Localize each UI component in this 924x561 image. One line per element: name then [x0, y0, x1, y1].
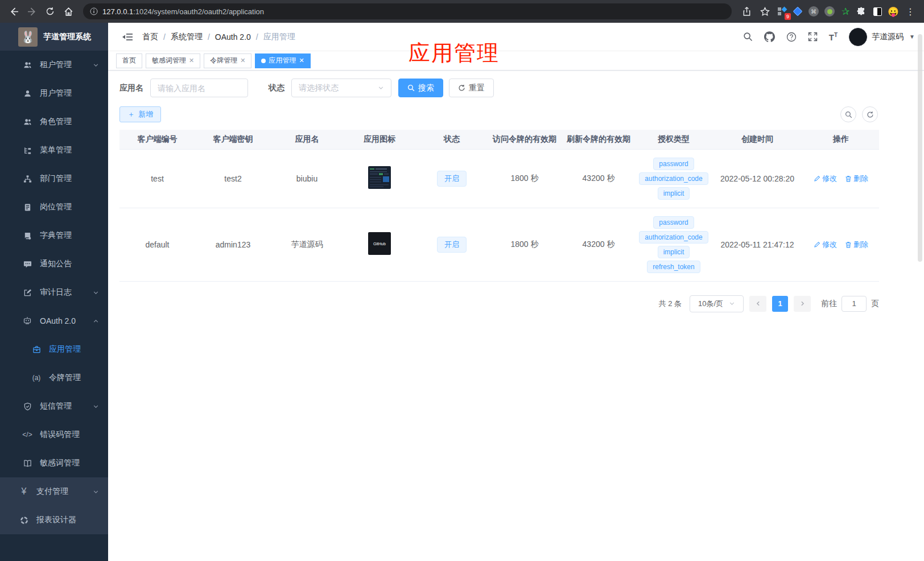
sidebar-item-user[interactable]: 用户管理: [0, 79, 108, 108]
close-icon[interactable]: ✕: [189, 57, 194, 64]
prev-page-button[interactable]: [749, 296, 766, 312]
extension-contrast-icon[interactable]: [871, 5, 884, 18]
edit-button[interactable]: 修改: [814, 174, 837, 184]
close-icon[interactable]: ✕: [240, 57, 245, 64]
font-size-icon[interactable]: TT: [829, 32, 838, 42]
cell-client-secret: admin123: [195, 208, 271, 281]
chevron-down-icon: [93, 403, 99, 410]
show-search-toggle-button[interactable]: [840, 106, 856, 122]
share-icon[interactable]: [739, 3, 754, 19]
sidebar: 🐰 芋道管理系统 租户管理 用户管理 角色管理 菜单管理: [0, 23, 108, 561]
browser-chrome: 127.0.0.1:1024/system/oauth2/oauth2/appl…: [0, 0, 924, 23]
back-icon[interactable]: [6, 3, 22, 19]
top-navbar: 首页/ 系统管理/ OAuth 2.0/ 应用管理 TT 芋道源码 ▼: [108, 23, 924, 51]
token-icon: (a): [32, 373, 41, 382]
extensions-puzzle-icon[interactable]: [855, 5, 868, 18]
goto-label: 前往: [821, 299, 837, 309]
extension-gem-icon[interactable]: [791, 5, 805, 18]
cell-access-validity: 1800 秒: [488, 208, 562, 281]
extension-command-icon[interactable]: ⌘: [807, 5, 820, 18]
home-icon[interactable]: [60, 3, 76, 19]
delete-button[interactable]: 删除: [845, 240, 868, 250]
extension-record-icon[interactable]: [823, 5, 836, 18]
edit-button[interactable]: 修改: [814, 240, 837, 250]
reset-button[interactable]: 重置: [449, 79, 494, 97]
goto-page-input[interactable]: [842, 296, 867, 312]
bookmark-star-icon[interactable]: [757, 3, 773, 19]
help-icon[interactable]: [786, 32, 797, 42]
sidebar-item-oauth2[interactable]: OAuth 2.0: [0, 307, 108, 335]
grant-tag: implicit: [658, 187, 690, 200]
sidebar-item-oauth2-token[interactable]: (a) 令牌管理: [0, 364, 108, 392]
status-tag[interactable]: 开启: [437, 171, 467, 187]
tab-sensitive-word[interactable]: 敏感词管理✕: [146, 53, 200, 68]
briefcase-icon: [32, 345, 41, 354]
header-search-icon[interactable]: [743, 32, 753, 42]
app-logo: 🐰: [18, 27, 38, 47]
active-dot: [261, 59, 266, 63]
page-content: 应用名 状态 请选择状态 搜索 重置 ＋新增: [108, 71, 885, 312]
close-icon[interactable]: ✕: [299, 57, 304, 64]
address-bar[interactable]: 127.0.0.1:1024/system/oauth2/oauth2/appl…: [83, 3, 732, 19]
col-client-secret: 客户端密钥: [195, 130, 271, 149]
sidebar-item-tenant[interactable]: 租户管理: [0, 51, 108, 79]
app-title: 芋道管理系统: [43, 32, 91, 42]
browser-menu-icon[interactable]: ⋮: [902, 3, 918, 19]
tab-application[interactable]: 应用管理✕: [255, 53, 310, 68]
reload-icon[interactable]: [42, 3, 58, 19]
sidebar-item-report-designer[interactable]: 报表设计器: [0, 506, 108, 534]
tab-token[interactable]: 令牌管理✕: [204, 53, 251, 68]
breadcrumb-system[interactable]: 系统管理: [171, 32, 203, 42]
sidebar-item-role[interactable]: 角色管理: [0, 108, 108, 136]
add-button[interactable]: ＋新增: [119, 106, 161, 122]
col-refresh-validity: 刷新令牌的有效期: [562, 130, 636, 149]
profile-avatar[interactable]: 😛: [886, 5, 900, 18]
caret-down-icon: ▼: [909, 34, 915, 40]
forward-icon[interactable]: [24, 3, 40, 19]
table-header-row: 客户端编号 客户端密钥 应用名 应用图标 状态 访问令牌的有效期 刷新令牌的有效…: [119, 130, 879, 149]
sidebar-item-post[interactable]: 岗位管理: [0, 193, 108, 221]
sidebar-item-notice[interactable]: 通知公告: [0, 250, 108, 278]
status-select[interactable]: 请选择状态: [291, 79, 391, 97]
sidebar-fold-icon[interactable]: [117, 27, 138, 47]
breadcrumb-oauth[interactable]: OAuth 2.0: [215, 32, 251, 42]
sidebar-item-sms[interactable]: 短信管理: [0, 392, 108, 420]
github-icon[interactable]: [764, 31, 775, 42]
total-count: 共 2 条: [659, 299, 682, 309]
user-name: 芋道源码: [872, 32, 904, 42]
search-icon: [845, 111, 852, 118]
sidebar-item-oauth2-application[interactable]: 应用管理: [0, 335, 108, 364]
sidebar-item-audit-log[interactable]: 审计日志: [0, 278, 108, 307]
status-tag[interactable]: 开启: [437, 237, 467, 253]
fullscreen-icon[interactable]: [808, 32, 818, 42]
refresh-table-button[interactable]: [862, 106, 878, 122]
breadcrumb-home[interactable]: 首页: [142, 32, 158, 42]
col-status: 状态: [416, 130, 488, 149]
sidebar-item-sensitive-word[interactable]: 敏感词管理: [0, 449, 108, 477]
search-button[interactable]: 搜索: [398, 79, 443, 97]
sidebar-item-pay[interactable]: ¥ 支付管理: [0, 477, 108, 506]
extension-star-icon[interactable]: ✰: [839, 5, 852, 18]
tab-home[interactable]: 首页: [116, 53, 142, 68]
page-number-button[interactable]: 1: [772, 296, 788, 312]
page-scrollbar[interactable]: [918, 34, 922, 262]
sidebar-item-menu[interactable]: 菜单管理: [0, 136, 108, 164]
app-name-input[interactable]: [150, 79, 248, 97]
next-page-button[interactable]: [794, 296, 811, 312]
logo-row[interactable]: 🐰 芋道管理系统: [0, 23, 108, 51]
page-size-select[interactable]: 10条/页: [690, 295, 744, 312]
user-menu[interactable]: 芋道源码 ▼: [849, 28, 915, 46]
delete-icon: [845, 241, 852, 248]
sidebar-item-dept[interactable]: 部门管理: [0, 164, 108, 193]
cell-actions: 修改删除: [803, 208, 879, 281]
refresh-icon: [867, 111, 874, 118]
shield-check-icon: [23, 402, 32, 411]
robot-icon: [23, 316, 32, 325]
site-info-icon[interactable]: [90, 7, 98, 15]
extension-tabs-icon[interactable]: 9: [775, 5, 789, 18]
delete-button[interactable]: 删除: [845, 174, 868, 184]
sidebar-item-dict[interactable]: 字典管理: [0, 221, 108, 250]
page-unit-label: 页: [871, 299, 879, 309]
cell-actions: 修改删除: [803, 149, 879, 208]
sidebar-item-errcode[interactable]: </> 错误码管理: [0, 420, 108, 449]
